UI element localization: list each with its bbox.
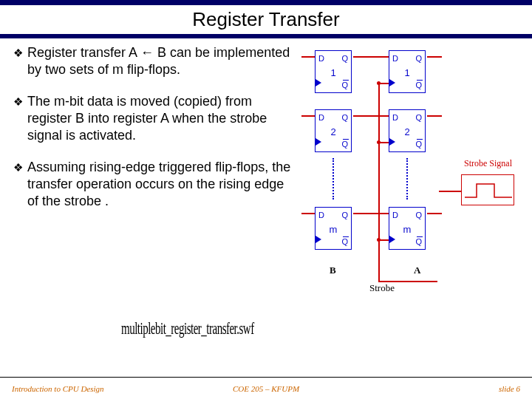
ff-qbar-label: Q — [341, 237, 348, 246]
overline-icon — [343, 236, 349, 237]
node-icon — [377, 81, 381, 85]
overline-icon — [417, 80, 423, 81]
footer-center: COE 205 – KFUPM — [0, 384, 532, 393]
bullet-item: ❖ Assuming rising-edge triggered flip-fl… — [13, 159, 294, 210]
bullet-list: ❖ Register transfer A ← B can be impleme… — [13, 44, 294, 225]
ff-d-label: D — [318, 113, 324, 122]
register-a-label: A — [414, 265, 420, 276]
ff-q-label: Q — [341, 54, 348, 63]
wire — [427, 115, 442, 117]
footer-right: slide 6 — [499, 384, 520, 393]
bullet-icon: ❖ — [13, 159, 23, 176]
ff-index: 1 — [316, 67, 351, 78]
ellipsis-dots-icon — [332, 158, 334, 200]
ff-d-label: D — [318, 54, 324, 63]
flipflop-am: D Q Q m — [389, 207, 426, 250]
strobe-label: Strobe — [369, 282, 395, 294]
register-diagram: D Q Q 1 D Q Q 2 D Q Q m D Q Q 1 D Q Q 2 — [301, 46, 523, 341]
flipflop-bm: D Q Q m — [315, 207, 352, 250]
ff-qbar-label: Q — [341, 81, 348, 89]
ff-index: 1 — [389, 67, 425, 78]
clock-triangle-icon — [389, 138, 395, 146]
strobe-waveform-box — [461, 174, 514, 205]
wire — [427, 56, 442, 58]
ff-q-label: Q — [415, 54, 422, 63]
wire — [301, 56, 315, 58]
ff-index: m — [316, 224, 351, 235]
bullet-icon: ❖ — [13, 44, 23, 61]
overline-icon — [417, 139, 423, 140]
ff-d-label: D — [318, 211, 324, 219]
ff-d-label: D — [392, 113, 398, 122]
bullet-text: The m-bit data is moved (copied) from re… — [27, 93, 294, 144]
flipflop-a2: D Q Q 2 — [389, 109, 426, 152]
ff-index: m — [389, 224, 425, 235]
bullet-text: Register transfer A ← B can be implement… — [27, 44, 294, 78]
wire — [301, 115, 315, 117]
clock-triangle-icon — [389, 236, 395, 243]
wire — [427, 213, 442, 214]
ff-index: 2 — [316, 126, 351, 137]
node-icon — [377, 140, 381, 144]
swf-filename: multiplebit_register_transfer.swf — [121, 318, 254, 338]
ff-q-label: Q — [415, 211, 422, 219]
ff-qbar-label: Q — [341, 140, 348, 149]
ff-qbar-label: Q — [415, 140, 422, 149]
flipflop-b1: D Q Q 1 — [315, 50, 352, 93]
overline-icon — [343, 80, 349, 81]
strobe-signal-label: Strobe Signal — [464, 158, 512, 169]
node-icon — [377, 238, 381, 242]
title-bar: Register Transfer — [0, 0, 532, 38]
clock-triangle-icon — [389, 79, 395, 86]
ff-qbar-label: Q — [415, 237, 422, 246]
ff-qbar-label: Q — [415, 81, 422, 89]
strobe-connector — [439, 191, 461, 192]
ff-d-label: D — [392, 211, 398, 219]
wire — [353, 115, 389, 117]
ellipsis-dots-icon — [406, 158, 408, 200]
page-title: Register Transfer — [0, 5, 532, 34]
ff-index: 2 — [389, 126, 425, 137]
bullet-item: ❖ The m-bit data is moved (copied) from … — [13, 93, 294, 144]
bullet-icon: ❖ — [13, 93, 23, 110]
register-b-label: B — [330, 265, 336, 276]
clock-triangle-icon — [316, 236, 321, 243]
strobe-bus — [378, 83, 380, 281]
overline-icon — [343, 139, 349, 140]
flipflop-b2: D Q Q 2 — [315, 109, 352, 152]
ff-d-label: D — [392, 54, 398, 63]
ff-q-label: Q — [341, 211, 348, 219]
clock-triangle-icon — [316, 79, 321, 86]
wire — [353, 56, 389, 58]
strobe-waveform-icon — [462, 175, 515, 206]
ff-q-label: Q — [341, 113, 348, 122]
wire — [301, 213, 315, 214]
ff-q-label: Q — [415, 113, 422, 122]
bullet-item: ❖ Register transfer A ← B can be impleme… — [13, 44, 294, 78]
footer: Introduction to CPU Design COE 205 – KFU… — [0, 377, 532, 399]
clock-triangle-icon — [316, 138, 321, 146]
flipflop-a1: D Q Q 1 — [389, 50, 426, 93]
bullet-text: Assuming rising-edge triggered flip-flop… — [27, 159, 294, 210]
wire — [353, 213, 389, 214]
overline-icon — [417, 236, 423, 237]
